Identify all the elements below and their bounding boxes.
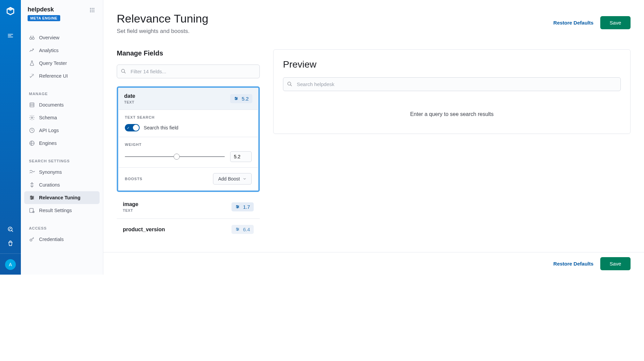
text-search-label: TEXT SEARCH [125, 115, 252, 119]
weight-badge: 6.4 [231, 225, 254, 234]
key-icon [29, 236, 35, 242]
avatar-letter: A [9, 262, 12, 267]
gear-icon [29, 115, 35, 121]
field-name: product_version [123, 227, 165, 233]
check-icon: ✓ [127, 126, 130, 130]
section-label-access: ACCESS [24, 224, 100, 233]
sidebar-item-label: Result Settings [39, 208, 72, 213]
sidebar-item-relevance-tuning[interactable]: Relevance Tuning [24, 191, 100, 204]
svg-point-42 [237, 205, 237, 206]
svg-point-14 [30, 37, 32, 39]
synonyms-icon [29, 169, 35, 175]
boosts-label: BOOSTS [125, 177, 142, 181]
save-button-footer[interactable]: Save [600, 257, 631, 270]
sidebar-item-label: Documents [39, 102, 64, 108]
sidebar-item-result-settings[interactable]: Result Settings [24, 204, 100, 217]
binoculars-icon [29, 35, 35, 41]
result-settings-icon [29, 207, 35, 213]
field-name: image [123, 201, 138, 207]
svg-point-11 [90, 11, 91, 12]
sidebar-item-documents[interactable]: Documents [24, 98, 100, 111]
svg-point-51 [288, 82, 291, 85]
svg-point-36 [235, 97, 236, 98]
sidebar-item-label: Engines [39, 141, 57, 146]
search-icon [287, 81, 293, 87]
crawl-icon[interactable] [6, 239, 14, 247]
sidebar-item-api-logs[interactable]: API Logs [24, 124, 100, 137]
svg-point-31 [121, 69, 124, 72]
svg-point-5 [90, 8, 91, 9]
svg-line-32 [124, 72, 126, 73]
sidebar-item-label: Schema [39, 115, 57, 120]
svg-point-49 [238, 229, 239, 230]
save-button[interactable]: Save [600, 16, 631, 29]
discover-icon[interactable] [6, 225, 14, 233]
field-name: date [124, 93, 135, 99]
sliders-icon [235, 227, 240, 232]
weight-value: 6.4 [243, 227, 250, 232]
engine-name: helpdesk [28, 6, 60, 13]
main-content: Relevance Tuning Set field weights and b… [103, 0, 644, 275]
page-title: Relevance Tuning [117, 12, 208, 25]
engines-icon [29, 140, 35, 146]
wand-icon [29, 73, 35, 79]
menu-icon[interactable] [6, 32, 14, 40]
clock-icon [29, 127, 35, 133]
beaker-icon [29, 60, 35, 66]
engine-sidebar: helpdesk META ENGINE Overview Analytics … [21, 0, 103, 275]
svg-point-8 [90, 9, 91, 10]
app-rail: A [0, 0, 21, 275]
search-field-toggle[interactable]: ✓ [125, 124, 140, 131]
sidebar-item-curations[interactable]: Curations [24, 178, 100, 191]
preview-empty-text: Enter a query to see search results [283, 111, 621, 124]
restore-defaults-button-footer[interactable]: Restore Defaults [552, 258, 595, 269]
svg-line-52 [290, 85, 292, 86]
svg-point-37 [237, 98, 237, 99]
sidebar-item-analytics[interactable]: Analytics [24, 44, 100, 57]
sidebar-item-query-tester[interactable]: Query Tester [24, 57, 100, 70]
sidebar-item-label: API Logs [39, 128, 59, 133]
curations-icon [29, 182, 35, 188]
svg-point-13 [93, 11, 94, 12]
svg-point-44 [237, 207, 238, 208]
field-card-expanded: date TEXT 5.2 TEXT SEARCH [117, 86, 260, 192]
user-avatar[interactable]: A [5, 259, 16, 270]
svg-point-19 [31, 117, 33, 119]
meta-engine-badge: META ENGINE [28, 15, 60, 21]
sidebar-item-engines[interactable]: Engines [24, 137, 100, 150]
sidebar-item-schema[interactable]: Schema [24, 111, 100, 124]
sidebar-item-label: Reference UI [39, 73, 68, 79]
restore-defaults-button[interactable]: Restore Defaults [552, 17, 595, 28]
svg-point-7 [93, 8, 94, 9]
sidebar-item-label: Overview [39, 35, 59, 40]
filter-fields-input[interactable] [117, 65, 260, 78]
weight-slider[interactable] [125, 156, 225, 157]
page-subtitle: Set field weights and boosts. [117, 28, 208, 35]
section-label-manage: MANAGE [24, 89, 100, 98]
field-header[interactable]: date TEXT 5.2 [118, 88, 258, 110]
filter-fields-wrapper [117, 65, 260, 78]
sidebar-item-synonyms[interactable]: Synonyms [24, 166, 100, 178]
manage-fields-title: Manage Fields [117, 49, 260, 57]
weight-badge: 1.7 [231, 202, 254, 211]
field-type: TEXT [124, 100, 135, 104]
svg-point-43 [238, 206, 239, 207]
svg-point-48 [237, 228, 237, 229]
sidebar-item-credentials[interactable]: Credentials [24, 233, 100, 246]
svg-point-27 [31, 198, 32, 199]
sidebar-item-reference-ui[interactable]: Reference UI [24, 70, 100, 82]
sliders-icon [234, 96, 239, 101]
sidebar-item-label: Query Tester [39, 61, 67, 66]
field-item[interactable]: product_version 6.4 [117, 219, 260, 236]
preview-search-input[interactable] [283, 77, 621, 91]
preview-panel: Preview Enter a query to see search resu… [273, 49, 631, 134]
weight-input[interactable] [230, 151, 252, 162]
footer-actions: Restore Defaults Save [103, 252, 644, 275]
svg-point-38 [236, 99, 236, 100]
apps-grid-icon[interactable] [90, 7, 96, 13]
field-item[interactable]: image TEXT 1.7 [117, 195, 260, 219]
search-icon [121, 69, 127, 75]
add-boost-button[interactable]: Add Boost [213, 173, 252, 185]
sidebar-item-overview[interactable]: Overview [24, 31, 100, 44]
sidebar-item-label: Curations [39, 182, 60, 188]
